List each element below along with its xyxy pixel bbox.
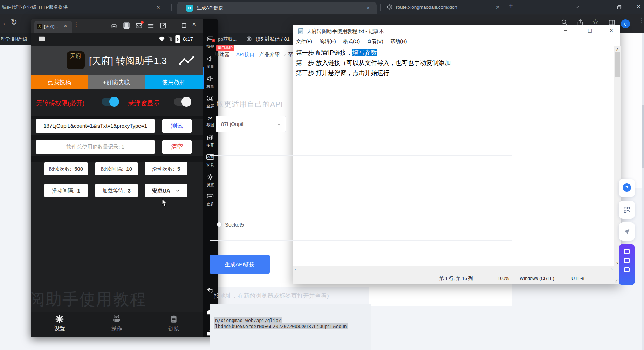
close-tab-icon[interactable]: ✕ [496, 4, 500, 11]
line-chart-icon[interactable] [179, 55, 195, 66]
accessibility-toggle[interactable] [102, 98, 118, 106]
menu-help[interactable]: 帮助(H) [390, 39, 407, 45]
reload-icon[interactable]: ↻ [11, 18, 17, 27]
help-floating-button[interactable]: ? [619, 179, 635, 197]
submit-button[interactable]: 点我投稿 [31, 75, 88, 89]
menu-format[interactable]: 格式(O) [343, 39, 360, 45]
order-select[interactable]: 87LjOupiL [216, 116, 286, 132]
socket5-radio[interactable] [217, 222, 222, 227]
mail-icon[interactable] [135, 22, 143, 29]
menu-dots-icon[interactable]: ⋮ [638, 17, 644, 25]
tab-menu-dots-icon[interactable]: ⋮ [74, 21, 79, 28]
sidebar-item-fullscreen[interactable]: 全屏 [203, 95, 218, 109]
text-line-3: 第三步 打开悬浮窗，点击开始运行 [296, 68, 389, 78]
globe-icon [386, 4, 393, 11]
chat-icon [624, 249, 630, 254]
minimize-window-icon[interactable]: − [596, 1, 600, 9]
android-status-bar: 8:17 [31, 33, 203, 46]
sidebar-item-install-apk[interactable]: APK 安装 [203, 154, 218, 167]
maximize-window-icon[interactable]: □ [588, 27, 592, 33]
bg-nav-help[interactable]: 帮 [288, 51, 293, 58]
send-floating-button[interactable] [619, 222, 635, 241]
bg-page-right [620, 33, 642, 188]
toggle-knob [109, 97, 119, 107]
tutorial-button[interactable]: 使用教程 [145, 75, 203, 89]
close-tab-icon[interactable]: ✕ [64, 23, 67, 28]
status-cursor-position: 第 1 行, 第 16 列 [435, 272, 493, 284]
sidebar-item-keymap[interactable]: ✕ 按键 [203, 36, 218, 49]
sidebar-item-volume-down[interactable]: 减量 [203, 75, 218, 89]
background-tab-title[interactable]: pp获取... [218, 36, 242, 42]
resize-grip[interactable] [614, 278, 619, 283]
bg-nav-accelerator[interactable]: 加速器 [214, 51, 232, 58]
close-window-icon[interactable]: ✕ [636, 3, 641, 10]
api-url-input[interactable]: 187LjOupiL&count=1&isTxt=1&proxyType=1 [36, 119, 155, 133]
browser-tab-2-active[interactable]: 生成API链接 ✕ [177, 2, 377, 14]
clipboard-icon [169, 315, 178, 324]
phone-mirror-window: 天 [天府]... ✕ ⋮ − ✕ « [31, 19, 218, 337]
resize-window-icon[interactable] [159, 22, 167, 29]
field-label: 阅读间隔: [101, 166, 123, 172]
close-tab-icon[interactable]: ✕ [156, 4, 160, 11]
minimize-window-icon[interactable]: − [171, 20, 174, 27]
scroll-right-icon[interactable]: › [611, 267, 613, 272]
sidebar-item-more[interactable]: 更多 [203, 193, 218, 207]
order-select-value: 87LjOupiL [216, 116, 272, 132]
close-window-icon[interactable]: ✕ [609, 28, 614, 33]
minimize-window-icon[interactable]: − [564, 27, 567, 34]
menu-edit[interactable]: 编辑(E) [320, 39, 336, 45]
swipe-count-field[interactable]: 滑动次数: 5 [145, 162, 187, 175]
phone-app-tab[interactable]: 天 [天府]... ✕ [34, 21, 72, 33]
android-back-icon[interactable] [206, 287, 214, 294]
test-button[interactable]: 测试 [162, 119, 192, 133]
forward-icon[interactable]: → [0, 18, 6, 27]
bg-nav-api[interactable]: API接口 [236, 51, 254, 58]
swipe-interval-field[interactable]: 滑动间隔: 1 [44, 184, 88, 197]
profile-icon[interactable] [123, 22, 130, 29]
generate-api-button[interactable]: 生成API链接 [210, 255, 270, 274]
background-tab-title[interactable]: 理学:剖析"绿 [1, 36, 30, 42]
scrollbar-thumb[interactable] [615, 52, 620, 77]
close-tab-icon[interactable]: ✕ [366, 5, 370, 11]
menu-file[interactable]: 文件(F) [296, 39, 312, 45]
gamepad-icon[interactable] [110, 22, 118, 29]
sidebar-item-label: 加量 [203, 64, 218, 69]
hamburger-menu-icon[interactable] [147, 22, 155, 29]
scroll-left-icon[interactable]: ‹ [295, 267, 296, 272]
page-scrollbar-thumb[interactable] [642, 105, 644, 168]
scroll-down-icon[interactable]: ∨ [616, 261, 619, 265]
nav-links[interactable]: 链接 [160, 315, 188, 332]
screen: 窗口单IP 加速器 API接口 产品介绍 帮 取更适用自己的API 87LjOu… [0, 0, 644, 350]
bg-nav-product[interactable]: 产品介绍 [259, 51, 280, 58]
volume-down-icon [207, 75, 214, 82]
close-window-icon[interactable]: ✕ [192, 21, 196, 27]
sidebar-item-settings[interactable]: 设置 [203, 174, 218, 188]
read-interval-field[interactable]: 阅读间隔: 10 [95, 162, 138, 175]
sidebar-item-multi-instance[interactable]: 多开 [203, 134, 218, 148]
read-count-field[interactable]: 阅读次数: 500 [44, 162, 88, 175]
load-wait-field[interactable]: 加载等待: 3 [95, 184, 138, 197]
maximize-window-icon[interactable] [181, 23, 187, 28]
nav-actions[interactable]: 操作 [103, 315, 131, 332]
page-scrollbar[interactable] [642, 33, 644, 350]
scroll-up-icon[interactable]: ∧ [616, 47, 619, 52]
ua-select[interactable]: 安卓UA [145, 184, 187, 197]
clear-button[interactable]: 清空 [162, 140, 192, 154]
join-group-button[interactable]: +群防失联 [88, 75, 145, 89]
contact-floating-button[interactable] [619, 244, 635, 285]
profile-avatar[interactable]: c [621, 19, 630, 28]
restore-window-icon[interactable] [617, 5, 622, 10]
notepad-title-bar[interactable]: 天府转阅助手使用教程.txt - 记事本 − □ ✕ [293, 25, 620, 38]
browser-tab-3[interactable]: route.xiongmaodaili.com/xion [396, 0, 492, 14]
browser-tab-1[interactable]: 猫IP代理-企业级HTTP服务提供 [2, 0, 153, 14]
menu-view[interactable]: 查看(V) [367, 39, 383, 45]
horizontal-scrollbar[interactable]: ‹ › [293, 266, 614, 272]
field-value: 500 [74, 166, 83, 172]
qr-floating-button[interactable] [619, 201, 635, 219]
float-window-toggle[interactable] [174, 98, 190, 106]
notepad-text-area[interactable]: 第一步 配置IP链接，填写参数 第二步 放入链接（可以从文件导入，也可也手动复制… [293, 46, 614, 266]
tab-search-chevron-icon[interactable] [575, 5, 580, 10]
phone-title-bar: 天 [天府]... ✕ ⋮ − ✕ « [31, 19, 218, 33]
new-tab-icon[interactable]: + [509, 2, 513, 10]
nav-settings[interactable]: 设置 [46, 315, 74, 332]
